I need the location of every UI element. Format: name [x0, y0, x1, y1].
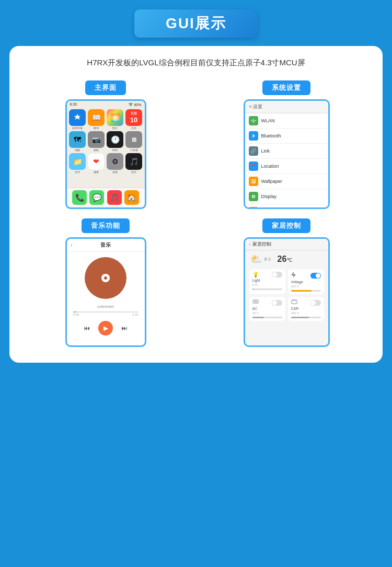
music-album-art: [67, 252, 145, 303]
section-settings: 系统设置 < 设置 WLAN: [201, 80, 372, 209]
settings-item-wallpaper[interactable]: 🖼 Wallpaper: [245, 174, 328, 189]
time-total: 4:30: [132, 313, 139, 316]
app-item[interactable]: ⚙ 设置: [107, 153, 124, 173]
app-item[interactable]: 🌅 照片: [107, 109, 124, 130]
app-icon-calc: ⊞: [125, 131, 142, 148]
devices-grid: 💡 Light 0 %: [245, 267, 328, 323]
app-item[interactable]: ❤ 健康: [88, 153, 105, 173]
dock-home[interactable]: 🏠: [124, 190, 139, 205]
voltage-toggle[interactable]: [310, 273, 321, 279]
phone-screen: 8:30 80% 应用市场: [65, 99, 146, 209]
next-button[interactable]: ⏭: [121, 325, 128, 332]
app-item[interactable]: 🗺 地图: [69, 131, 86, 152]
device-card-ac: AC 16 C: [249, 297, 285, 321]
page-title: GUI展示: [166, 15, 226, 31]
location-icon: 📍: [249, 161, 258, 171]
car-name: CAR: [291, 307, 321, 310]
music-screen: ‹ 音乐 unknown: [65, 237, 146, 347]
settings-item-location[interactable]: 📍 Location: [245, 159, 328, 174]
app-item[interactable]: 📁 文件: [69, 153, 86, 173]
app-icon-photos: 🌅: [107, 109, 123, 126]
display-label: Display: [261, 194, 277, 199]
settings-screen: < 设置 WLAN: [244, 99, 330, 209]
dock: 📞 💬 🎵 🏠: [67, 188, 145, 207]
main-card: H7RX开发板的LVGL综合例程目前仅支持正点原子4.3寸MCU屏 主界面 8:…: [9, 46, 383, 363]
device-card-car: CAR 100 V: [288, 297, 324, 321]
light-value: 0 %: [252, 283, 282, 286]
music-back-btn[interactable]: ‹: [71, 242, 73, 248]
weather-desc: 多云: [264, 257, 271, 262]
time-current: 0:00: [73, 313, 79, 316]
play-button[interactable]: ▶: [98, 321, 113, 335]
home-header-title: 家居控制: [252, 241, 271, 248]
voltage-value: 220 V: [291, 285, 321, 288]
settings-item-display[interactable]: Display: [245, 189, 328, 204]
section-label-main-ui: 主界面: [85, 80, 126, 95]
app-icon-files: 📁: [69, 153, 86, 170]
section-label-music: 音乐功能: [82, 218, 130, 233]
car-toggle[interactable]: [310, 300, 321, 306]
app-icon-camera: 📷: [88, 131, 105, 148]
app-icon-books: 📖: [88, 109, 105, 126]
album-disc: [85, 257, 126, 299]
section-label-settings: 系统设置: [262, 80, 310, 95]
album-center-dot: [104, 276, 107, 280]
settings-list: WLAN Bluetooth 🔗 Link: [245, 113, 328, 209]
ac-slider[interactable]: [252, 317, 282, 318]
svg-marker-3: [291, 272, 296, 278]
app-icon-clock: 🕐: [107, 131, 123, 148]
ac-toggle[interactable]: [272, 300, 282, 306]
weather-icon: ⛅: [250, 253, 262, 265]
weather-temp-display: 26 ℃: [278, 254, 293, 264]
svg-point-2: [252, 196, 254, 198]
car-slider[interactable]: [291, 317, 321, 318]
light-icon: 💡: [252, 272, 259, 277]
settings-item-link[interactable]: 🔗 Link: [245, 144, 328, 159]
app-icon-appstore: [69, 109, 86, 126]
weather-info: 多云: [264, 257, 271, 262]
app-icon-settings: ⚙: [107, 153, 123, 170]
light-slider[interactable]: [252, 288, 282, 290]
wifi-icon: [249, 116, 258, 125]
app-item[interactable]: 日历 10 日历: [125, 109, 143, 130]
app-item[interactable]: ⊞ 计算器: [125, 131, 143, 152]
svg-rect-7: [291, 300, 297, 304]
app-item[interactable]: 应用市场: [69, 109, 86, 130]
app-item[interactable]: 📷 相机: [88, 131, 105, 152]
home-control-header: ‹ 家居控制: [245, 239, 328, 250]
link-icon: 🔗: [249, 146, 258, 156]
voltage-icon: [291, 272, 296, 279]
light-toggle[interactable]: [272, 272, 282, 277]
dock-phone[interactable]: 📞: [72, 190, 87, 205]
settings-item-bluetooth[interactable]: Bluetooth: [245, 129, 328, 144]
app-grid: 应用市场 📖 图书 🌅 照片: [67, 108, 145, 175]
settings-item-wlan[interactable]: WLAN: [245, 113, 328, 129]
voltage-name: Voltage: [291, 280, 321, 284]
content-grid: 主界面 8:30 80%: [20, 80, 372, 347]
settings-back-header: < 设置: [245, 101, 328, 113]
weather-temperature: 26: [278, 254, 287, 264]
status-time: 8:30: [70, 102, 77, 106]
bluetooth-icon: [249, 131, 258, 141]
svg-rect-4: [253, 300, 258, 303]
weather-row: ⛅ 多云 26 ℃: [245, 250, 328, 267]
settings-item-sound[interactable]: 🔊 Sound: [245, 204, 328, 209]
app-item[interactable]: 🕐 时钟: [107, 131, 124, 152]
app-icon-health: ❤: [88, 153, 105, 170]
device-card-light: 💡 Light 0 %: [249, 269, 285, 294]
progress-fill: [73, 311, 76, 313]
header: GUI展示: [0, 0, 392, 46]
app-item[interactable]: 📖 图书: [88, 109, 105, 130]
app-icon-music: 🎵: [125, 153, 142, 170]
app-item[interactable]: 🎵 音乐: [125, 153, 143, 173]
voltage-slider[interactable]: [291, 290, 321, 292]
wallpaper-label: Wallpaper: [261, 179, 282, 184]
prev-button[interactable]: ⏮: [84, 325, 90, 332]
progress-times: 0:00 4:30: [73, 313, 139, 316]
dock-messages[interactable]: 💬: [89, 190, 104, 205]
link-label: Link: [261, 148, 270, 154]
app-icon-maps: 🗺: [69, 131, 86, 148]
dock-itunes[interactable]: 🎵: [107, 190, 122, 205]
home-back-btn[interactable]: ‹: [249, 242, 251, 247]
device-top-car: [291, 299, 321, 306]
